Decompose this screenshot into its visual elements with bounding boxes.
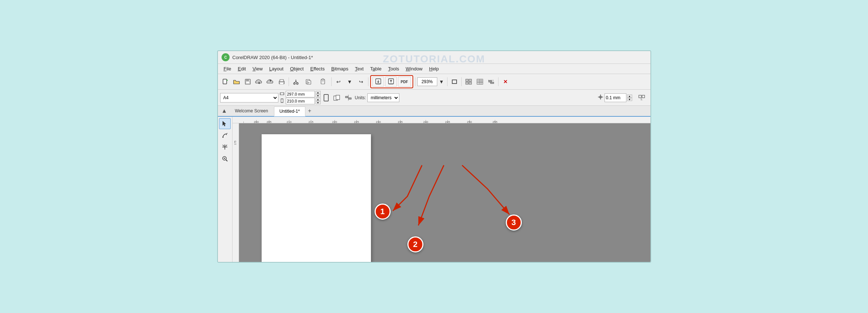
units-label: Units: bbox=[355, 95, 366, 100]
svg-rect-11 bbox=[280, 82, 284, 84]
nudge-up-arrow[interactable]: ▲ bbox=[627, 94, 632, 98]
menu-table[interactable]: Table bbox=[367, 65, 384, 73]
nudge-icon bbox=[597, 94, 604, 101]
height-up-arrow[interactable]: ▲ bbox=[316, 98, 321, 101]
portrait-button[interactable] bbox=[322, 93, 330, 103]
canvas-scroll[interactable]: 175 1 2 bbox=[232, 123, 650, 262]
page-height-input[interactable] bbox=[286, 98, 315, 104]
width-down-arrow[interactable]: ▼ bbox=[316, 94, 321, 97]
undo-dropdown[interactable]: ▼ bbox=[345, 77, 355, 86]
canvas-area: 200 205 210 215 bbox=[232, 117, 650, 262]
tab-welcome-screen[interactable]: Welcome Screen bbox=[230, 106, 274, 116]
sep4 bbox=[415, 77, 415, 86]
units-select[interactable]: millimeters inches pixels bbox=[367, 93, 399, 102]
page-width-input[interactable] bbox=[286, 91, 315, 97]
redo-button[interactable]: ↪ bbox=[356, 77, 366, 86]
svg-rect-44 bbox=[280, 93, 284, 95]
annotation-3: 3 bbox=[506, 215, 522, 231]
svg-rect-52 bbox=[336, 95, 340, 100]
menu-layout[interactable]: Layout bbox=[266, 65, 286, 73]
svg-rect-50 bbox=[324, 94, 328, 101]
copy-button[interactable]: ⊕ bbox=[302, 77, 315, 86]
svg-text:⊕: ⊕ bbox=[308, 81, 310, 84]
page-size-select[interactable]: A4 A3 A5 Letter bbox=[220, 93, 278, 103]
width-icon bbox=[280, 92, 285, 97]
tab-selector-icon[interactable]: ▲ bbox=[219, 106, 230, 116]
toolbar2: A4 A3 A5 Letter ▲ ▼ bbox=[218, 90, 650, 106]
paste-button[interactable] bbox=[316, 77, 329, 86]
print-button[interactable] bbox=[277, 77, 287, 86]
svg-rect-10 bbox=[280, 80, 284, 81]
grid-btn1[interactable] bbox=[464, 77, 474, 86]
sep5 bbox=[447, 77, 447, 86]
close-x-button[interactable]: ✕ bbox=[500, 77, 511, 86]
svg-rect-57 bbox=[639, 95, 641, 98]
menu-bitmaps[interactable]: Bitmaps bbox=[328, 65, 351, 73]
zoom-tool-button[interactable] bbox=[219, 153, 231, 164]
svg-rect-6 bbox=[246, 79, 249, 81]
import-button[interactable] bbox=[372, 77, 384, 87]
toolbar1: ⊕ ↩ ▼ ↪ bbox=[218, 74, 650, 90]
cut-button[interactable] bbox=[291, 77, 301, 86]
menu-edit[interactable]: Edit bbox=[235, 65, 249, 73]
svg-point-62 bbox=[223, 137, 224, 138]
menu-text[interactable]: Text bbox=[352, 65, 367, 73]
export-button[interactable] bbox=[385, 77, 397, 87]
freehand-tool-button[interactable] bbox=[219, 130, 231, 141]
cloud-save-button[interactable] bbox=[254, 77, 264, 86]
height-arrows: ▲ ▼ bbox=[316, 98, 321, 104]
menu-effects[interactable]: Effects bbox=[307, 65, 328, 73]
new-doc-button[interactable] bbox=[220, 77, 230, 86]
nudge-down-arrow[interactable]: ▼ bbox=[627, 98, 632, 101]
app-window: ZOTUTORIAL.COM C CorelDRAW 2020 (64-Bit)… bbox=[217, 50, 651, 263]
page-dimensions-group: ▲ ▼ ▲ ▼ bbox=[280, 91, 321, 104]
height-down-arrow[interactable]: ▼ bbox=[316, 101, 321, 104]
svg-line-66 bbox=[226, 145, 227, 146]
width-input-group: ▲ ▼ bbox=[280, 91, 321, 97]
nudge-input[interactable] bbox=[605, 93, 626, 102]
open-button[interactable] bbox=[231, 77, 242, 86]
full-screen-button[interactable] bbox=[449, 77, 460, 86]
svg-rect-2 bbox=[223, 79, 227, 84]
svg-rect-55 bbox=[349, 98, 351, 99]
svg-rect-32 bbox=[466, 79, 468, 81]
svg-rect-33 bbox=[469, 79, 472, 81]
main-area: 200 205 210 215 bbox=[218, 117, 650, 262]
tab-untitled1[interactable]: Untitled-1* bbox=[274, 107, 305, 116]
zoom-group: ▼ bbox=[417, 77, 445, 86]
grid-btn2[interactable] bbox=[475, 77, 485, 86]
select-tool-button[interactable] bbox=[219, 118, 231, 129]
cloud-sync-button[interactable] bbox=[265, 77, 275, 86]
svg-line-65 bbox=[223, 145, 224, 146]
align-button[interactable] bbox=[486, 77, 496, 86]
svg-rect-58 bbox=[642, 95, 645, 98]
height-input-group: ▲ ▼ bbox=[280, 98, 321, 104]
width-up-arrow[interactable]: ▲ bbox=[316, 91, 321, 94]
menu-window[interactable]: Window bbox=[403, 65, 425, 73]
transform-tool-button[interactable] bbox=[219, 142, 231, 152]
height-icon bbox=[280, 98, 285, 104]
horizontal-ruler: 200 205 210 215 bbox=[232, 117, 650, 123]
publish-pdf-button[interactable]: PDF bbox=[398, 77, 411, 87]
svg-text:C: C bbox=[224, 55, 227, 59]
import-export-pdf-group: PDF bbox=[370, 75, 413, 88]
save-button[interactable] bbox=[243, 77, 253, 86]
menu-help[interactable]: Help bbox=[426, 65, 442, 73]
zoom-input[interactable] bbox=[417, 77, 437, 86]
nudge-group: ▲ ▼ bbox=[597, 93, 632, 102]
svg-rect-36 bbox=[477, 79, 483, 84]
sep1 bbox=[289, 77, 289, 86]
snap-xy-btn[interactable]: 5. bbox=[635, 93, 648, 103]
menu-object[interactable]: Object bbox=[287, 65, 307, 73]
duplicate-button[interactable] bbox=[332, 93, 342, 103]
undo-button[interactable]: ↩ bbox=[333, 77, 344, 86]
zoom-dropdown-button[interactable]: ▼ bbox=[438, 77, 445, 86]
annotation-1: 1 bbox=[375, 204, 391, 220]
menu-tools[interactable]: Tools bbox=[385, 65, 402, 73]
add-tab-button[interactable]: + bbox=[306, 107, 314, 115]
align-dist-button[interactable] bbox=[343, 93, 353, 103]
width-arrows: ▲ ▼ bbox=[316, 91, 321, 97]
svg-rect-34 bbox=[466, 82, 468, 84]
menu-view[interactable]: View bbox=[250, 65, 266, 73]
menu-file[interactable]: File bbox=[221, 65, 234, 73]
